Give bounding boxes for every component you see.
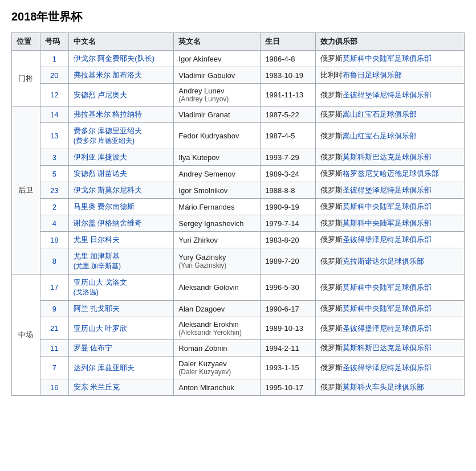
english-name-sub: (Daler Kuzyayev) (178, 368, 255, 376)
number-cell: 3 (40, 149, 68, 166)
club-link[interactable]: 圣彼得堡泽尼特足球俱乐部 (343, 186, 432, 194)
club-link[interactable]: 圣彼得堡泽尼特足球俱乐部 (343, 235, 432, 244)
chinese-name-cell: 罗曼 佐布宁 (68, 340, 174, 357)
table-row: 门将1伊戈尔 阿金费耶夫(队长)Igor Akinfeev1986-4-8俄罗斯… (12, 51, 465, 67)
club-link[interactable]: 嵩山红宝石足球俱乐部 (343, 132, 417, 140)
club-cell: 俄罗斯格罗兹尼艾哈迈德足球俱乐部 (316, 166, 465, 182)
table-row: 后卫14弗拉基米尔 格拉纳特Vladimir Granat1987-5-22俄罗… (12, 107, 465, 123)
table-row: 11罗曼 佐布宁Roman Zobnin1994-2-11俄罗斯莫斯科斯巴达克足… (12, 340, 465, 357)
chinese-name-cell: 阿兰 扎戈耶夫 (68, 301, 174, 317)
club-link[interactable]: 布鲁日足球俱乐部 (343, 71, 402, 79)
page-title: 2018年世界杯 (11, 9, 465, 24)
club-link[interactable]: 莫斯科中央陆军足球俱乐部 (343, 304, 432, 313)
chinese-name-cell: 安德烈 卢尼奥夫 (68, 84, 174, 107)
number-cell: 9 (40, 301, 68, 317)
club-link[interactable]: 莫斯科火车头足球俱乐部 (343, 383, 424, 391)
club-cell: 俄罗斯莫斯科火车头足球俱乐部 (316, 379, 465, 396)
club-link[interactable]: 莫斯科中央陆军足球俱乐部 (343, 283, 432, 292)
number-cell: 12 (40, 84, 68, 107)
table-row: 7达列尔 库兹亚耶夫Daler Kuzyaev(Daler Kuzyayev)1… (12, 357, 465, 379)
chinese-name-cell: 安东 米兰丘克 (68, 379, 174, 396)
table-row: 中场17亚历山大 戈洛文(戈洛温)Aleksandr Golovin1996-5… (12, 275, 465, 301)
birthday-cell: 1990-9-19 (261, 199, 316, 215)
table-row: 2马里奥 费尔南德斯Mário Fernandes1990-9-19俄罗斯莫斯科… (12, 199, 465, 215)
english-name-cell: Vladimir Granat (174, 107, 261, 123)
english-name-cell: Aleksandr Golovin (174, 275, 261, 301)
chinese-name-cell: 马里奥 费尔南德斯 (68, 199, 174, 215)
club-link[interactable]: 莫斯科斯巴达克足球俱乐部 (343, 153, 432, 161)
english-name-sub: (Andrey Lunyov) (178, 95, 255, 103)
club-cell: 俄罗斯莫斯科斯巴达克足球俱乐部 (316, 340, 465, 357)
number-cell: 5 (40, 166, 68, 182)
table-row: 23伊戈尔 斯莫尔尼科夫Igor Smolnikov1988-8-8俄罗斯圣彼得… (12, 182, 465, 199)
table-row: 13费多尔 库德里亚绍夫(费多尔 库德亚绍夫)Fedor Kudryashov1… (12, 123, 465, 149)
english-name-cell: Anton Miranchuk (174, 379, 261, 396)
birthday-cell: 1993-7-29 (261, 149, 316, 166)
position-cell: 中场 (12, 275, 40, 396)
birthday-cell: 1979-7-14 (261, 215, 316, 232)
chinese-name-cell: 弗拉基米尔 格拉纳特 (68, 107, 174, 123)
club-cell: 俄罗斯莫斯科中央陆军足球俱乐部 (316, 199, 465, 215)
club-link[interactable]: 圣彼得堡泽尼特足球俱乐部 (343, 91, 432, 99)
number-cell: 20 (40, 67, 68, 84)
club-cell: 俄罗斯圣彼得堡泽尼特足球俱乐部 (316, 357, 465, 379)
club-link[interactable]: 克拉斯诺达尔足球俱乐部 (343, 257, 424, 265)
club-cell: 俄罗斯莫斯科中央陆军足球俱乐部 (316, 275, 465, 301)
chinese-name-cell: 伊戈尔 斯莫尔尼科夫 (68, 182, 174, 199)
birthday-cell: 1994-2-11 (261, 340, 316, 357)
club-link[interactable]: 圣彼得堡泽尼特足球俱乐部 (343, 324, 432, 333)
table-row: 12安德烈 卢尼奥夫Andrey Lunev(Andrey Lunyov)199… (12, 84, 465, 107)
club-cell: 俄罗斯莫斯科斯巴达克足球俱乐部 (316, 149, 465, 166)
number-cell: 13 (40, 123, 68, 149)
table-row: 3伊利亚 库捷波夫Ilya Kutepov1993-7-29俄罗斯莫斯科斯巴达克… (12, 149, 465, 166)
birthday-cell: 1990-6-17 (261, 301, 316, 317)
number-cell: 1 (40, 51, 68, 67)
number-cell: 4 (40, 215, 68, 232)
table-row: 21亚历山大 叶罗欣Aleksandr Erokhin(Aleksandr Ye… (12, 317, 465, 340)
english-name-cell: Andrey Lunev(Andrey Lunyov) (174, 84, 261, 107)
birthday-cell: 1987-4-5 (261, 123, 316, 149)
club-cell: 俄罗斯圣彼得堡泽尼特足球俱乐部 (316, 232, 465, 248)
club-cell: 俄罗斯克拉斯诺达尔足球俱乐部 (316, 248, 465, 275)
birthday-cell: 1995-10-17 (261, 379, 316, 396)
english-name-cell: Andrey Semenov (174, 166, 261, 182)
club-link[interactable]: 嵩山红宝石足球俱乐部 (343, 110, 417, 118)
table-row: 18尤里 日尔科夫Yuri Zhirkov1983-8-20俄罗斯圣彼得堡泽尼特… (12, 232, 465, 248)
col-chinese: 中文名 (68, 33, 174, 51)
number-cell: 17 (40, 275, 68, 301)
chinese-name-cell: 尤里 加津斯基(尤里 加辛斯基) (68, 248, 174, 275)
table-row: 8尤里 加津斯基(尤里 加辛斯基)Yury Gazinsky(Yuri Gazi… (12, 248, 465, 275)
chinese-name-cell: 亚历山大 叶罗欣 (68, 317, 174, 340)
players-table: 位置 号码 中文名 英文名 生日 效力俱乐部 门将1伊戈尔 阿金费耶夫(队长)I… (11, 32, 465, 396)
number-cell: 23 (40, 182, 68, 199)
table-row: 5安德烈 谢苗诺夫Andrey Semenov1989-3-24俄罗斯格罗兹尼艾… (12, 166, 465, 182)
english-name-cell: Sergey Ignashevich (174, 215, 261, 232)
table-row: 16安东 米兰丘克Anton Miranchuk1995-10-17俄罗斯莫斯科… (12, 379, 465, 396)
number-cell: 14 (40, 107, 68, 123)
chinese-name-cell: 亚历山大 戈洛文(戈洛温) (68, 275, 174, 301)
birthday-cell: 1983-10-19 (261, 67, 316, 84)
birthday-cell: 1988-8-8 (261, 182, 316, 199)
col-birthday: 生日 (261, 33, 316, 51)
chinese-name-cell: 费多尔 库德里亚绍夫(费多尔 库德亚绍夫) (68, 123, 174, 149)
club-link[interactable]: 格罗兹尼艾哈迈德足球俱乐部 (343, 169, 439, 178)
club-cell: 俄罗斯莫斯科中央陆军足球俱乐部 (316, 51, 465, 67)
club-cell: 比利时布鲁日足球俱乐部 (316, 67, 465, 84)
english-name-sub: (Aleksandr Yerokhin) (178, 329, 255, 337)
birthday-cell: 1991-11-13 (261, 84, 316, 107)
club-cell: 俄罗斯圣彼得堡泽尼特足球俱乐部 (316, 317, 465, 340)
col-club: 效力俱乐部 (316, 33, 465, 51)
club-link[interactable]: 莫斯科中央陆军足球俱乐部 (343, 54, 432, 63)
table-row: 4谢尔盖 伊格纳舍维奇Sergey Ignashevich1979-7-14俄罗… (12, 215, 465, 232)
birthday-cell: 1986-4-8 (261, 51, 316, 67)
club-link[interactable]: 圣彼得堡泽尼特足球俱乐部 (343, 363, 432, 372)
chinese-name-cell: 伊戈尔 阿金费耶夫(队长) (68, 51, 174, 67)
birthday-cell: 1989-7-20 (261, 248, 316, 275)
english-name-cell: Yury Gazinsky(Yuri Gazinskiy) (174, 248, 261, 275)
club-link[interactable]: 莫斯科中央陆军足球俱乐部 (343, 219, 432, 227)
club-link[interactable]: 莫斯科斯巴达克足球俱乐部 (343, 343, 432, 352)
club-link[interactable]: 莫斯科中央陆军足球俱乐部 (343, 202, 432, 211)
birthday-cell: 1996-5-30 (261, 275, 316, 301)
chinese-name-cell: 伊利亚 库捷波夫 (68, 149, 174, 166)
table-row: 20弗拉基米尔 加布洛夫Vladimir Gabulov1983-10-19比利… (12, 67, 465, 84)
